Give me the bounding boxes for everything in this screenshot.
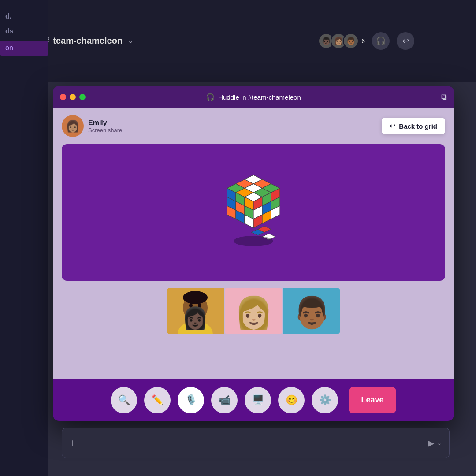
send-button[interactable]: ▶	[428, 438, 434, 448]
presenter-details: Emily Screen share	[88, 119, 122, 134]
back-to-grid-label: Back to grid	[399, 123, 437, 130]
presenter-name: Emily	[88, 119, 122, 127]
back-arrow-icon: ↩	[390, 122, 395, 130]
rubiks-cube-svg	[214, 168, 293, 257]
send-options-button[interactable]: ⌄	[437, 439, 442, 446]
participant-3: 👨🏾	[283, 288, 340, 334]
participant-2: 👩🏼	[225, 288, 282, 334]
presenter-avatar: 👩🏽	[62, 115, 84, 137]
window-title-text: Huddle in #team-chameleon	[218, 93, 301, 101]
pen-button[interactable]: ✏️	[144, 387, 171, 413]
screen-share-area	[62, 144, 445, 281]
pen-icon: ✏️	[152, 394, 164, 406]
zoom-button[interactable]: 🔍	[111, 387, 137, 413]
pip-button[interactable]: ⧉	[441, 93, 447, 102]
channel-name-display: # team-chameleon ⌄	[44, 35, 133, 47]
svg-text:👩🏿: 👩🏿	[182, 305, 208, 331]
window-title: 🎧 Huddle in #team-chameleon	[206, 93, 301, 101]
svg-text:👩🏼: 👩🏼	[234, 294, 273, 331]
huddle-top-bar: 👩🏽 Emily Screen share ↩ Back to grid	[53, 108, 454, 144]
headphones-icon: 🎧	[206, 93, 215, 101]
close-button[interactable]	[60, 94, 66, 100]
sidebar-item-1[interactable]: d.	[0, 9, 48, 24]
headphones-button[interactable]: 🎧	[372, 32, 390, 50]
settings-button[interactable]: ⚙️	[312, 387, 338, 413]
huddle-content: 👩🏽 Emily Screen share ↩ Back to grid	[53, 108, 454, 379]
presenter-status: Screen share	[88, 127, 122, 134]
control-bar: 🔍 ✏️ 🎙️ 📹 🖥️ 😊 ⚙️ Leave	[53, 379, 454, 421]
presenter-info: 👩🏽 Emily Screen share	[62, 115, 122, 137]
camera-icon: 📹	[219, 394, 231, 406]
emoji-button[interactable]: 😊	[278, 387, 305, 413]
app-header: # team-chameleon ⌄ 👨🏿 👩🏽 👨🏾 6 🎧 ↩	[0, 0, 476, 82]
screen-share-button[interactable]: 🖥️	[245, 387, 271, 413]
send-area: ▶ ⌄	[428, 438, 442, 448]
expand-button[interactable]: ↩	[397, 32, 414, 50]
leave-label: Leave	[361, 395, 383, 404]
add-attachment-button[interactable]: +	[69, 437, 75, 449]
participant-2-face: 👩🏼	[225, 288, 282, 334]
screen-icon: 🖥️	[252, 394, 264, 406]
traffic-lights	[60, 94, 86, 100]
avatar-stack: 👨🏿 👩🏽 👨🏾 6	[318, 33, 365, 49]
participant-1-face: 👩🏿	[167, 288, 224, 334]
sidebar-item-active[interactable]: on	[0, 41, 48, 56]
window-titlebar: 🎧 Huddle in #team-chameleon ⧉	[53, 86, 454, 108]
sidebar-item-2[interactable]: ds	[0, 24, 48, 39]
participant-1: 👩🏿	[167, 288, 224, 334]
channel-chevron-icon[interactable]: ⌄	[128, 37, 133, 45]
mic-icon: 🎙️	[185, 394, 197, 406]
participants-row: 👩🏿 👩🏼 👨🏾	[53, 281, 454, 338]
camera-button[interactable]: 📹	[211, 387, 238, 413]
huddle-window: 🎧 Huddle in #team-chameleon ⧉ 👩🏽 Emily S…	[53, 86, 454, 421]
channel-name-text: team-chameleon	[53, 36, 123, 46]
header-right: 👨🏿 👩🏽 👨🏾 6 🎧 ↩	[318, 32, 414, 50]
mic-button[interactable]: 🎙️	[178, 387, 204, 413]
settings-icon: ⚙️	[319, 394, 331, 406]
sidebar: d. ds on	[0, 0, 48, 476]
member-count: 6	[361, 37, 365, 45]
participant-3-face: 👨🏾	[283, 288, 340, 334]
minimize-button[interactable]	[70, 94, 76, 100]
avatar-3: 👨🏾	[343, 33, 359, 49]
maximize-button[interactable]	[79, 94, 86, 100]
message-bar: + ▶ ⌄	[62, 428, 450, 458]
svg-text:👨🏾: 👨🏾	[293, 294, 331, 331]
back-to-grid-button[interactable]: ↩ Back to grid	[382, 118, 445, 134]
zoom-icon: 🔍	[118, 394, 130, 406]
leave-button[interactable]: Leave	[349, 387, 396, 413]
svg-point-38	[183, 291, 208, 304]
emoji-icon: 😊	[286, 394, 298, 406]
svg-point-33	[234, 236, 273, 246]
